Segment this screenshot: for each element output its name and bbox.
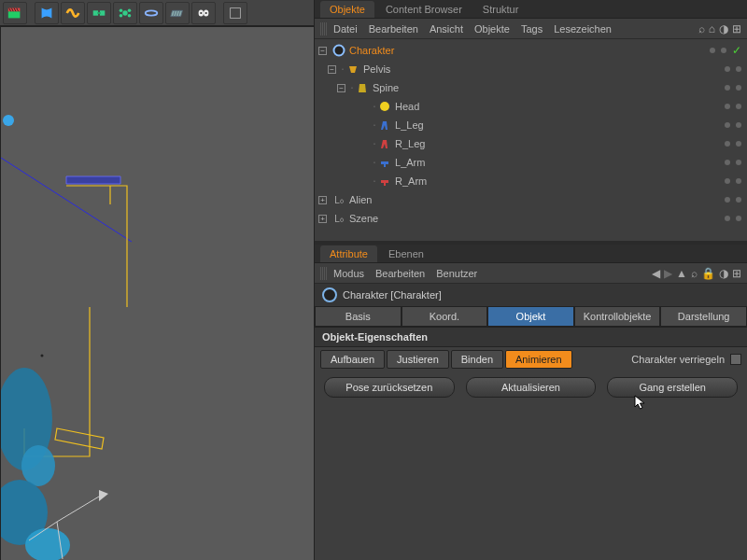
arm-icon <box>378 175 391 188</box>
tree-item-charakter[interactable]: − Charakter ✓ <box>315 41 747 60</box>
tab-koord[interactable]: Koord. <box>402 306 488 327</box>
expand-icon[interactable]: ⊞ <box>732 22 741 35</box>
menu-lesezeichen[interactable]: Lesezeichen <box>554 23 612 35</box>
menu-benutzer[interactable]: Benutzer <box>436 268 477 279</box>
svg-point-16 <box>200 11 202 13</box>
tab-basis[interactable]: Basis <box>315 306 402 327</box>
expander-icon[interactable]: + <box>318 196 327 204</box>
subtab-animieren[interactable]: Animieren <box>505 350 572 369</box>
spine-icon <box>356 81 369 94</box>
object-menubar: Datei Bearbeiten Ansicht Objekte Tags Le… <box>315 19 747 39</box>
tool-misc[interactable] <box>223 2 247 24</box>
search-icon[interactable]: ⌕ <box>698 22 705 35</box>
mode-tabs: Basis Koord. Objekt Kontrollobjekte Dars… <box>315 306 747 327</box>
object-header: Charakter [Charakter] <box>315 284 747 306</box>
home-icon[interactable]: ⌂ <box>709 22 715 35</box>
object-hierarchy: − Charakter ✓ − · Pelvis − · Spine · Hea… <box>315 39 747 233</box>
tab-objekt[interactable]: Objekt <box>487 306 574 327</box>
svg-point-7 <box>128 8 132 12</box>
svg-point-30 <box>334 46 345 56</box>
character-icon <box>332 44 345 57</box>
action-buttons: Pose zurücksetzen Aktualisieren Gang ers… <box>315 371 747 403</box>
subtab-justieren[interactable]: Justieren <box>387 350 449 369</box>
leg-icon <box>378 137 391 150</box>
tab-struktur[interactable]: Struktur <box>473 1 529 18</box>
eye-icon[interactable]: ◑ <box>719 22 728 35</box>
svg-point-29 <box>41 355 44 357</box>
tree-item-pelvis[interactable]: − · Pelvis <box>315 60 747 78</box>
subtab-binden[interactable]: Binden <box>451 350 503 369</box>
viewport-3d[interactable] <box>0 26 314 560</box>
subtab-aufbauen[interactable]: Aufbauen <box>320 350 385 369</box>
expander-icon[interactable]: − <box>318 47 327 55</box>
svg-point-10 <box>146 10 158 15</box>
svg-rect-18 <box>231 7 241 18</box>
tree-item-alien[interactable]: + L₀ Alien <box>315 190 747 209</box>
tool-spring[interactable] <box>139 2 163 24</box>
svg-point-6 <box>120 8 123 12</box>
tool-rope[interactable] <box>61 2 85 24</box>
svg-rect-0 <box>8 11 21 18</box>
menu-tags[interactable]: Tags <box>521 23 543 35</box>
null-icon: L₀ <box>332 193 345 206</box>
svg-point-31 <box>380 102 389 111</box>
menubar-grip[interactable] <box>320 22 328 35</box>
object-name-label: Charakter [Charakter] <box>343 289 442 301</box>
svg-point-9 <box>128 13 132 17</box>
eye-icon[interactable]: ◑ <box>719 267 728 280</box>
tab-ebenen[interactable]: Ebenen <box>379 245 433 262</box>
svg-point-25 <box>3 115 14 126</box>
expander-icon[interactable]: − <box>328 65 336 74</box>
tab-objekte[interactable]: Objekte <box>320 1 374 18</box>
menu-bearbeiten2[interactable]: Bearbeiten <box>375 268 425 279</box>
tab-content-browser[interactable]: Content Browser <box>376 1 472 18</box>
create-walk-button[interactable]: Gang erstellen <box>607 377 738 398</box>
menu-datei[interactable]: Datei <box>333 23 358 35</box>
menu-bearbeiten[interactable]: Bearbeiten <box>369 23 418 35</box>
expand-icon[interactable]: ⊞ <box>732 267 741 280</box>
null-icon: L₀ <box>332 212 345 225</box>
lock-character-checkbox[interactable] <box>730 354 741 365</box>
head-icon <box>378 100 391 113</box>
character-icon <box>322 287 337 302</box>
update-button[interactable]: Aktualisieren <box>466 377 597 398</box>
reset-pose-button[interactable]: Pose zurücksetzen <box>324 377 455 398</box>
tree-item-r-arm[interactable]: · R_Arm <box>315 172 747 190</box>
tree-item-r-leg[interactable]: · R_Leg <box>315 134 747 153</box>
tree-item-head[interactable]: · Head <box>315 97 747 116</box>
menubar-grip[interactable] <box>320 267 328 280</box>
tab-darstellung[interactable]: Darstellung <box>660 306 747 327</box>
nav-fwd-icon[interactable]: ▶ <box>664 267 672 280</box>
viewport-canvas[interactable] <box>1 27 315 560</box>
tree-item-szene[interactable]: + L₀ Szene <box>315 209 747 228</box>
tree-item-spine[interactable]: − · Spine <box>315 78 747 97</box>
tool-cluster[interactable] <box>113 2 137 24</box>
menu-ansicht[interactable]: Ansicht <box>430 23 463 35</box>
tab-attribute[interactable]: Attribute <box>320 245 377 262</box>
tool-eyes[interactable] <box>191 2 216 24</box>
tool-clapper[interactable] <box>3 2 27 24</box>
object-panel-tabs: Objekte Content Browser Struktur <box>315 0 747 19</box>
expander-icon[interactable]: − <box>337 84 345 92</box>
tree-item-l-arm[interactable]: · L_Arm <box>315 153 747 172</box>
nav-up-icon[interactable]: ▲ <box>676 267 687 280</box>
tool-connector[interactable] <box>87 2 111 24</box>
pelvis-icon <box>346 63 359 76</box>
svg-rect-4 <box>97 12 101 14</box>
tool-cloth[interactable] <box>35 2 59 24</box>
nav-back-icon[interactable]: ◀ <box>652 267 660 280</box>
expander-icon[interactable]: + <box>318 215 327 223</box>
sub-tabs: Aufbauen Justieren Binden Animieren Char… <box>315 347 747 371</box>
menu-objekte[interactable]: Objekte <box>474 23 510 35</box>
leg-icon <box>378 119 391 132</box>
search-icon[interactable]: ⌕ <box>691 267 698 280</box>
lock-character-label: Charakter verriegeln <box>631 354 725 365</box>
tool-floor[interactable] <box>165 2 190 24</box>
attribute-panel-tabs: Attribute Ebenen <box>315 245 747 263</box>
lock-icon[interactable]: 🔒 <box>701 267 715 280</box>
tree-item-l-leg[interactable]: · L_Leg <box>315 116 747 134</box>
tab-kontrollobjekte[interactable]: Kontrollobjekte <box>574 306 661 327</box>
menu-modus[interactable]: Modus <box>333 268 364 279</box>
arm-icon <box>378 156 391 169</box>
svg-point-8 <box>120 13 123 17</box>
